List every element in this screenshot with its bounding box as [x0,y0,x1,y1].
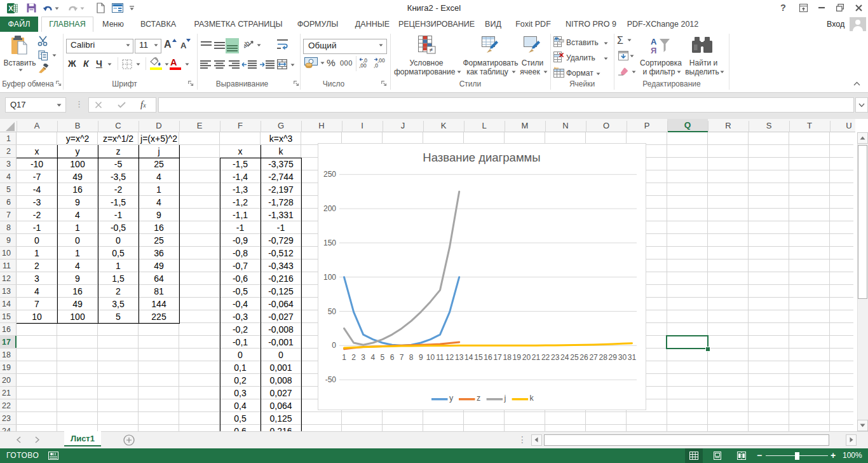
svg-text:29: 29 [609,353,618,362]
svg-text:16: 16 [484,353,492,362]
svg-text:24: 24 [560,353,569,362]
svg-text:А: А [651,37,657,46]
svg-text:k: k [530,394,534,403]
svg-text:7: 7 [400,353,404,362]
svg-text:,00: ,00 [377,57,385,64]
svg-text:5: 5 [381,353,385,362]
svg-text:21: 21 [532,353,541,362]
svg-text:1: 1 [342,353,346,362]
svg-text:20: 20 [522,353,531,362]
svg-text:30: 30 [618,353,627,362]
svg-text:31: 31 [628,353,637,362]
svg-text:14: 14 [465,353,473,362]
svg-text:10: 10 [426,353,435,362]
svg-text:z: z [477,394,480,403]
svg-text:y: y [449,394,454,403]
svg-text:23: 23 [551,353,560,362]
svg-text:13: 13 [455,353,464,362]
svg-text:28: 28 [599,353,608,362]
svg-text:2: 2 [351,353,356,362]
svg-text:25: 25 [570,353,579,362]
svg-text:27: 27 [589,353,598,362]
svg-text:Название диаграммы: Название диаграммы [423,151,540,164]
svg-text:j: j [504,394,506,403]
svg-text:11: 11 [436,353,444,362]
svg-text:-50: -50 [325,375,337,384]
svg-text:,00: ,00 [359,62,367,69]
svg-text:8: 8 [409,353,414,362]
svg-text:19: 19 [513,353,522,362]
svg-text:18: 18 [503,353,512,362]
svg-text:12: 12 [445,353,454,362]
svg-text:Я: Я [651,46,656,55]
svg-text:15: 15 [474,353,483,362]
svg-text:≠: ≠ [430,46,433,53]
svg-text:100: 100 [323,273,336,282]
svg-text:4: 4 [370,353,375,362]
svg-text:250: 250 [323,170,336,179]
svg-text:,0: ,0 [374,62,378,69]
svg-text:150: 150 [323,238,336,247]
svg-text:200: 200 [323,204,336,213]
svg-text:9: 9 [419,353,423,362]
svg-text:6: 6 [390,353,395,362]
svg-text:26: 26 [580,353,588,362]
svg-text:17: 17 [493,353,502,362]
svg-text:50: 50 [328,307,337,316]
svg-text:3: 3 [361,353,365,362]
svg-text:0: 0 [332,341,336,350]
svg-text:22: 22 [541,353,550,362]
